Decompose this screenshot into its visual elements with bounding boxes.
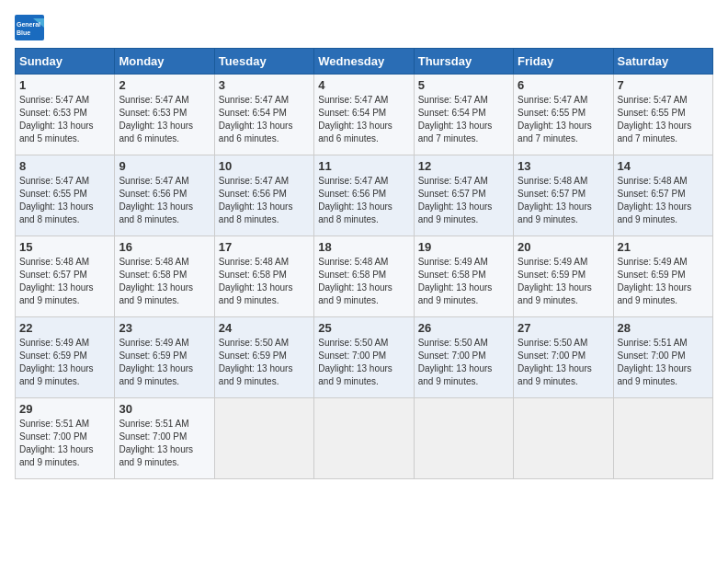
header-cell-monday: Monday <box>115 49 214 75</box>
day-info: Sunrise: 5:50 AM Sunset: 7:00 PM Dayligh… <box>318 337 409 388</box>
day-info: Sunrise: 5:49 AM Sunset: 6:59 PM Dayligh… <box>518 256 609 307</box>
day-number: 20 <box>518 240 609 254</box>
day-info: Sunrise: 5:47 AM Sunset: 6:54 PM Dayligh… <box>418 94 509 145</box>
day-number: 2 <box>119 78 210 92</box>
svg-text:General: General <box>17 21 40 28</box>
day-number: 10 <box>219 159 310 173</box>
day-info: Sunrise: 5:47 AM Sunset: 6:55 PM Dayligh… <box>618 94 709 145</box>
calendar-cell: 12Sunrise: 5:47 AM Sunset: 6:57 PM Dayli… <box>414 155 513 236</box>
day-info: Sunrise: 5:48 AM Sunset: 6:58 PM Dayligh… <box>219 256 310 307</box>
header-cell-wednesday: Wednesday <box>314 49 414 75</box>
day-number: 16 <box>119 240 210 254</box>
day-info: Sunrise: 5:50 AM Sunset: 6:59 PM Dayligh… <box>219 337 310 388</box>
day-info: Sunrise: 5:48 AM Sunset: 6:58 PM Dayligh… <box>119 256 210 307</box>
calendar-cell <box>214 398 313 479</box>
calendar-cell: 5Sunrise: 5:47 AM Sunset: 6:54 PM Daylig… <box>414 75 513 155</box>
calendar-cell: 26Sunrise: 5:50 AM Sunset: 7:00 PM Dayli… <box>414 317 513 398</box>
day-number: 5 <box>418 78 509 92</box>
calendar-week-3: 15Sunrise: 5:48 AM Sunset: 6:57 PM Dayli… <box>16 236 713 317</box>
day-number: 15 <box>19 240 110 254</box>
logo-icon: General Blue <box>15 15 44 40</box>
day-info: Sunrise: 5:47 AM Sunset: 6:55 PM Dayligh… <box>19 175 110 226</box>
calendar-cell: 24Sunrise: 5:50 AM Sunset: 6:59 PM Dayli… <box>214 317 313 398</box>
day-info: Sunrise: 5:51 AM Sunset: 7:00 PM Dayligh… <box>119 418 210 469</box>
day-info: Sunrise: 5:49 AM Sunset: 6:58 PM Dayligh… <box>418 256 509 307</box>
day-number: 22 <box>19 321 110 335</box>
logo: General Blue <box>15 15 46 40</box>
calendar-cell: 27Sunrise: 5:50 AM Sunset: 7:00 PM Dayli… <box>514 317 613 398</box>
page-header: General Blue <box>15 15 713 40</box>
calendar-week-4: 22Sunrise: 5:49 AM Sunset: 6:59 PM Dayli… <box>16 317 713 398</box>
day-info: Sunrise: 5:47 AM Sunset: 6:56 PM Dayligh… <box>119 175 210 226</box>
day-info: Sunrise: 5:47 AM Sunset: 6:53 PM Dayligh… <box>19 94 110 145</box>
day-number: 17 <box>219 240 310 254</box>
day-info: Sunrise: 5:48 AM Sunset: 6:58 PM Dayligh… <box>318 256 409 307</box>
day-number: 11 <box>318 159 409 173</box>
day-number: 1 <box>19 78 110 92</box>
calendar-cell: 30Sunrise: 5:51 AM Sunset: 7:00 PM Dayli… <box>115 398 214 479</box>
day-number: 12 <box>418 159 509 173</box>
calendar-cell: 15Sunrise: 5:48 AM Sunset: 6:57 PM Dayli… <box>16 236 115 317</box>
calendar-cell: 1Sunrise: 5:47 AM Sunset: 6:53 PM Daylig… <box>16 75 115 155</box>
day-info: Sunrise: 5:48 AM Sunset: 6:57 PM Dayligh… <box>19 256 110 307</box>
calendar-cell <box>414 398 513 479</box>
calendar-cell: 29Sunrise: 5:51 AM Sunset: 7:00 PM Dayli… <box>16 398 115 479</box>
calendar-cell: 6Sunrise: 5:47 AM Sunset: 6:55 PM Daylig… <box>514 75 613 155</box>
calendar-week-5: 29Sunrise: 5:51 AM Sunset: 7:00 PM Dayli… <box>16 398 713 479</box>
calendar-cell: 21Sunrise: 5:49 AM Sunset: 6:59 PM Dayli… <box>613 236 712 317</box>
day-number: 27 <box>518 321 609 335</box>
calendar-week-1: 1Sunrise: 5:47 AM Sunset: 6:53 PM Daylig… <box>16 75 713 155</box>
header-cell-friday: Friday <box>514 49 613 75</box>
day-number: 25 <box>318 321 409 335</box>
calendar-cell <box>613 398 712 479</box>
day-info: Sunrise: 5:47 AM Sunset: 6:57 PM Dayligh… <box>418 175 509 226</box>
calendar-cell <box>314 398 414 479</box>
header-cell-saturday: Saturday <box>613 49 712 75</box>
calendar-cell: 16Sunrise: 5:48 AM Sunset: 6:58 PM Dayli… <box>115 236 214 317</box>
calendar-table: SundayMondayTuesdayWednesdayThursdayFrid… <box>15 48 713 479</box>
day-info: Sunrise: 5:47 AM Sunset: 6:54 PM Dayligh… <box>318 94 409 145</box>
day-number: 6 <box>518 78 609 92</box>
calendar-cell: 19Sunrise: 5:49 AM Sunset: 6:58 PM Dayli… <box>414 236 513 317</box>
day-number: 4 <box>318 78 409 92</box>
calendar-cell: 14Sunrise: 5:48 AM Sunset: 6:57 PM Dayli… <box>613 155 712 236</box>
calendar-header-row: SundayMondayTuesdayWednesdayThursdayFrid… <box>16 49 713 75</box>
day-info: Sunrise: 5:47 AM Sunset: 6:54 PM Dayligh… <box>219 94 310 145</box>
calendar-cell: 10Sunrise: 5:47 AM Sunset: 6:56 PM Dayli… <box>214 155 313 236</box>
calendar-cell: 20Sunrise: 5:49 AM Sunset: 6:59 PM Dayli… <box>514 236 613 317</box>
day-info: Sunrise: 5:47 AM Sunset: 6:53 PM Dayligh… <box>119 94 210 145</box>
calendar-cell: 2Sunrise: 5:47 AM Sunset: 6:53 PM Daylig… <box>115 75 214 155</box>
day-number: 29 <box>19 402 110 416</box>
calendar-cell: 7Sunrise: 5:47 AM Sunset: 6:55 PM Daylig… <box>613 75 712 155</box>
calendar-cell: 9Sunrise: 5:47 AM Sunset: 6:56 PM Daylig… <box>115 155 214 236</box>
calendar-cell <box>514 398 613 479</box>
calendar-cell: 28Sunrise: 5:51 AM Sunset: 7:00 PM Dayli… <box>613 317 712 398</box>
day-number: 7 <box>618 78 709 92</box>
calendar-cell: 13Sunrise: 5:48 AM Sunset: 6:57 PM Dayli… <box>514 155 613 236</box>
calendar-cell: 4Sunrise: 5:47 AM Sunset: 6:54 PM Daylig… <box>314 75 414 155</box>
calendar-cell: 8Sunrise: 5:47 AM Sunset: 6:55 PM Daylig… <box>16 155 115 236</box>
day-info: Sunrise: 5:47 AM Sunset: 6:56 PM Dayligh… <box>219 175 310 226</box>
day-number: 23 <box>119 321 210 335</box>
day-number: 26 <box>418 321 509 335</box>
day-number: 24 <box>219 321 310 335</box>
day-info: Sunrise: 5:49 AM Sunset: 6:59 PM Dayligh… <box>19 337 110 388</box>
day-info: Sunrise: 5:51 AM Sunset: 7:00 PM Dayligh… <box>19 418 110 469</box>
calendar-cell: 18Sunrise: 5:48 AM Sunset: 6:58 PM Dayli… <box>314 236 414 317</box>
calendar-cell: 17Sunrise: 5:48 AM Sunset: 6:58 PM Dayli… <box>214 236 313 317</box>
day-number: 8 <box>19 159 110 173</box>
day-info: Sunrise: 5:51 AM Sunset: 7:00 PM Dayligh… <box>618 337 709 388</box>
day-info: Sunrise: 5:50 AM Sunset: 7:00 PM Dayligh… <box>518 337 609 388</box>
day-number: 30 <box>119 402 210 416</box>
calendar-week-2: 8Sunrise: 5:47 AM Sunset: 6:55 PM Daylig… <box>16 155 713 236</box>
header-cell-sunday: Sunday <box>16 49 115 75</box>
day-info: Sunrise: 5:48 AM Sunset: 6:57 PM Dayligh… <box>518 175 609 226</box>
day-info: Sunrise: 5:49 AM Sunset: 6:59 PM Dayligh… <box>119 337 210 388</box>
calendar-cell: 25Sunrise: 5:50 AM Sunset: 7:00 PM Dayli… <box>314 317 414 398</box>
calendar-cell: 11Sunrise: 5:47 AM Sunset: 6:56 PM Dayli… <box>314 155 414 236</box>
day-number: 18 <box>318 240 409 254</box>
calendar-cell: 23Sunrise: 5:49 AM Sunset: 6:59 PM Dayli… <box>115 317 214 398</box>
day-number: 3 <box>219 78 310 92</box>
calendar-cell: 3Sunrise: 5:47 AM Sunset: 6:54 PM Daylig… <box>214 75 313 155</box>
day-number: 28 <box>618 321 709 335</box>
